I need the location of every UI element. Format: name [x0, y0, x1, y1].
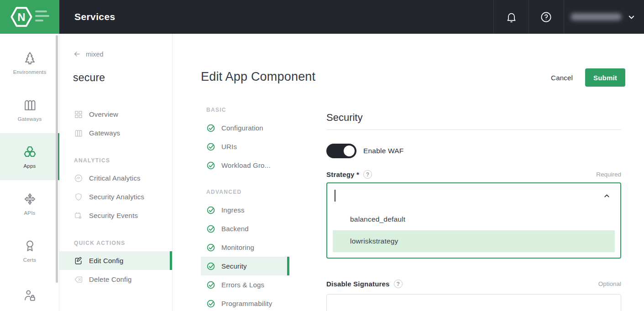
step-item-label: Backend — [221, 225, 249, 233]
rail-item-users[interactable] — [0, 274, 59, 311]
strategy-combobox: balanced_default lowriskstrategy — [326, 182, 621, 259]
rail-item-environments[interactable]: Environments — [0, 39, 59, 86]
step-item-workload-groups[interactable]: Workload Gro... — [201, 156, 289, 175]
award-icon — [23, 239, 37, 253]
sidebar-item-label: Edit Config — [89, 257, 124, 264]
step-item-security[interactable]: Security — [201, 257, 289, 275]
svg-text:N: N — [17, 11, 25, 23]
app-window: N Services — [0, 0, 644, 311]
step-item-errors-logs[interactable]: Errors & Logs — [201, 275, 289, 294]
grid-icon — [74, 110, 83, 119]
text-cursor — [335, 190, 335, 202]
step-item-backend[interactable]: Backend — [201, 219, 289, 238]
rail-item-apps[interactable]: Apps — [0, 133, 59, 180]
step-item-programmability[interactable]: Programmability — [201, 294, 289, 311]
enable-waf-toggle[interactable] — [326, 144, 356, 158]
rail-item-certs[interactable]: Certs — [0, 227, 59, 274]
sidebar-section-analytics: ANALYTICS — [59, 152, 172, 169]
toggle-knob — [344, 145, 355, 156]
nginx-logo[interactable]: N — [0, 0, 59, 34]
disable-signatures-input[interactable] — [326, 294, 621, 311]
section-divider — [326, 130, 621, 130]
fence-icon — [23, 98, 37, 112]
rail-item-apis[interactable]: APIs — [0, 180, 59, 227]
sidebar-item-delete-config[interactable]: Delete Config — [59, 270, 172, 289]
check-circle-icon — [206, 161, 215, 170]
disable-signatures-help-icon[interactable]: ? — [394, 280, 403, 288]
check-circle-icon — [206, 124, 215, 133]
strategy-required-hint: Required — [596, 171, 621, 178]
rail-item-gateways[interactable]: Gateways — [0, 86, 59, 133]
sidebar-item-edit-config[interactable]: Edit Config — [59, 251, 172, 270]
compass-plus-icon — [23, 192, 37, 206]
step-item-label: URIs — [221, 143, 237, 150]
back-link-label: mixed — [86, 51, 104, 58]
app-sidebar: mixed secure Overview Gateways ANALYTICS — [59, 34, 173, 311]
submit-button[interactable]: Submit — [585, 68, 625, 87]
step-nav: BASIC Configuration URIs Workload Gro...… — [201, 104, 289, 311]
sidebar-item-label: Delete Config — [89, 275, 132, 283]
step-item-ingress[interactable]: Ingress — [201, 201, 289, 219]
disable-signatures-label-row: Disable Signatures ? Optional — [326, 280, 621, 288]
step-item-monitoring[interactable]: Monitoring — [201, 238, 289, 257]
sidebar-item-label: Overview — [89, 110, 118, 118]
step-item-uris[interactable]: URIs — [201, 137, 289, 156]
user-lock-icon — [23, 289, 37, 303]
app-name: secure — [73, 72, 172, 84]
cancel-button[interactable]: Cancel — [551, 74, 573, 82]
form-section-title: Security — [326, 112, 362, 124]
check-circle-icon — [206, 142, 215, 151]
edit-icon — [74, 256, 83, 265]
form-actions: Cancel Submit — [551, 68, 625, 87]
strategy-input[interactable] — [327, 183, 620, 208]
sidebar-item-gateways[interactable]: Gateways — [59, 124, 172, 142]
help-button[interactable] — [532, 0, 560, 34]
topbar: N Services — [0, 0, 644, 34]
step-item-label: Ingress — [221, 206, 245, 214]
topbar-divider — [493, 0, 494, 34]
step-item-configuration[interactable]: Configuration — [201, 119, 289, 137]
user-menu[interactable] — [571, 0, 644, 34]
rail-scrollbar[interactable] — [56, 35, 58, 283]
page-title: Edit App Component — [201, 70, 315, 84]
strategy-label-row: Strategy * ? Required — [326, 170, 621, 179]
strategy-option-lowriskstrategy[interactable]: lowriskstrategy — [333, 230, 615, 252]
sidebar-item-security-events[interactable]: Security Events — [59, 206, 172, 225]
arrow-left-icon — [73, 50, 81, 58]
question-circle-icon — [540, 11, 552, 23]
backspace-icon — [74, 275, 83, 284]
menu-lines-icon — [35, 10, 47, 12]
rail-item-label: Certs — [23, 257, 36, 263]
disable-signatures-label: Disable Signatures — [326, 280, 390, 288]
page-section-title: Services — [74, 0, 115, 34]
step-item-label: Security — [221, 262, 247, 270]
sidebar-item-overview[interactable]: Overview — [59, 105, 172, 124]
check-circle-icon — [206, 243, 215, 252]
step-item-label: Workload Gro... — [221, 161, 271, 169]
icon-rail: Environments Gateways Apps APIs — [0, 34, 59, 311]
chevron-down-icon — [627, 13, 636, 21]
tree-icon — [23, 51, 37, 65]
check-circle-icon — [206, 224, 215, 233]
strategy-help-icon[interactable]: ? — [363, 170, 372, 179]
strategy-option-balanced-default[interactable]: balanced_default — [327, 208, 620, 230]
hexagons-icon — [23, 145, 37, 159]
step-item-label: Programmability — [221, 300, 272, 307]
sidebar-item-critical-analytics[interactable]: Critical Analytics — [59, 169, 172, 187]
rail-item-label: APIs — [24, 210, 35, 216]
chevron-up-icon[interactable] — [603, 192, 611, 200]
check-circle-icon — [206, 280, 215, 290]
step-item-label: Configuration — [221, 124, 263, 132]
notifications-button[interactable] — [497, 0, 525, 34]
check-circle-icon — [206, 299, 215, 308]
disable-signatures-optional-hint: Optional — [598, 280, 621, 287]
sidebar-item-security-analytics[interactable]: Security Analytics — [59, 187, 172, 206]
step-item-label: Monitoring — [221, 244, 254, 251]
check-circle-icon — [206, 262, 215, 271]
sidebar-item-label: Security Events — [89, 212, 138, 219]
gauge-icon — [74, 174, 83, 183]
rail-item-label: Gateways — [18, 116, 42, 122]
step-section-basic: BASIC — [201, 104, 289, 116]
back-link[interactable]: mixed — [73, 50, 104, 58]
step-section-advanced: ADVANCED — [201, 186, 289, 198]
